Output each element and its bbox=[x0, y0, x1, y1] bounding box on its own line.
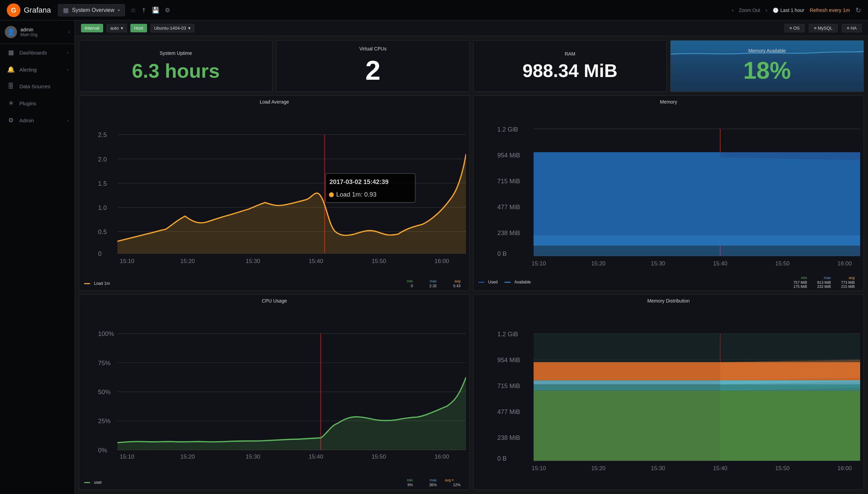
svg-text:15:20: 15:20 bbox=[180, 258, 195, 264]
os-menu-btn[interactable]: ≡ OS bbox=[784, 24, 805, 32]
zoom-back-btn[interactable]: ‹ bbox=[732, 7, 734, 13]
topbar-icons: ☆ ↗ 💾 ⚙ bbox=[130, 6, 170, 14]
time-range-picker[interactable]: 🕐 Last 1 hour bbox=[773, 7, 804, 13]
svg-text:238 MiB: 238 MiB bbox=[497, 434, 520, 441]
uptime-value: 6.3 hours bbox=[132, 59, 220, 82]
dashboard-title-label: System Overview bbox=[72, 7, 114, 13]
svg-text:15:30: 15:30 bbox=[246, 258, 260, 264]
svg-text:15:40: 15:40 bbox=[309, 258, 323, 264]
load-avg-header: avg bbox=[445, 279, 461, 283]
load-avg-legend-row: Load 1m min 0 max 2.32 bbox=[79, 278, 469, 291]
sidebar-item-alerting[interactable]: 🔔 Alerting › bbox=[0, 61, 75, 78]
mem-avg-col: avg 773 MiB 215 MiB bbox=[835, 276, 859, 289]
cpu-legend-color bbox=[84, 482, 90, 483]
svg-text:1.2 GiB: 1.2 GiB bbox=[497, 126, 518, 133]
save-icon[interactable]: 💾 bbox=[152, 6, 159, 14]
interval-select[interactable]: auto ▾ bbox=[107, 24, 127, 32]
load-avg-header: Load Average bbox=[79, 96, 469, 108]
svg-text:15:10: 15:10 bbox=[532, 465, 546, 472]
avail-min-val: 175 MiB bbox=[791, 284, 807, 289]
svg-text:16:00: 16:00 bbox=[435, 258, 449, 264]
user-name: admin bbox=[20, 27, 65, 32]
dashboards-arrow-icon: › bbox=[67, 50, 68, 55]
svg-text:15:10: 15:10 bbox=[120, 453, 134, 460]
svg-text:15:20: 15:20 bbox=[591, 465, 606, 472]
mysql-menu-btn[interactable]: ≡ MySQL bbox=[809, 24, 838, 32]
sidebar-item-admin[interactable]: ⚙ Admin › bbox=[0, 112, 75, 129]
dashboard-title-btn[interactable]: ▦ System Overview ▾ bbox=[58, 4, 125, 16]
svg-text:15:10: 15:10 bbox=[120, 258, 134, 264]
mem-max-header: max bbox=[815, 276, 831, 280]
admin-arrow-icon: › bbox=[67, 118, 68, 122]
svg-rect-22 bbox=[326, 173, 415, 202]
sidebar-item-datasources[interactable]: 🗄 Data Sources bbox=[0, 78, 75, 95]
svg-text:2017-03-02 15:42:39: 2017-03-02 15:42:39 bbox=[329, 178, 389, 185]
svg-text:15:50: 15:50 bbox=[775, 260, 790, 267]
star-icon[interactable]: ☆ bbox=[130, 6, 136, 14]
svg-text:15:50: 15:50 bbox=[372, 453, 386, 460]
sidebar-user[interactable]: 👤 admin Main Org. › bbox=[0, 20, 75, 44]
cpu-max-col: max 36% bbox=[417, 478, 441, 487]
uptime-title: System Uptime bbox=[160, 50, 192, 56]
load-avg-panel: Load Average 2.5 2.0 1.5 1.0 0.5 bbox=[79, 95, 470, 291]
svg-text:75%: 75% bbox=[98, 359, 111, 367]
sidebar-item-dashboards[interactable]: ▦ Dashboards › bbox=[0, 44, 75, 61]
share-icon[interactable]: ↗ bbox=[139, 5, 148, 14]
zoom-out-btn[interactable]: Zoom Out bbox=[739, 7, 760, 13]
mem-avg-header: avg bbox=[839, 276, 855, 280]
topbar-right: ‹ Zoom Out › 🕐 Last 1 hour Refresh every… bbox=[732, 6, 861, 14]
cpu-title: CPU Usage bbox=[262, 298, 287, 304]
cpu-user-legend: user bbox=[84, 480, 102, 485]
svg-text:477 MiB: 477 MiB bbox=[497, 408, 520, 415]
cpu-avg-val: 12% bbox=[445, 483, 461, 487]
cpu-max-header: max bbox=[421, 478, 437, 482]
svg-text:2.0: 2.0 bbox=[98, 156, 107, 163]
host-select[interactable]: Ubuntu-1404-03 ▾ bbox=[150, 24, 194, 32]
mem-dist-title: Memory Distribution bbox=[647, 298, 690, 304]
interval-tag[interactable]: Interval bbox=[81, 24, 103, 32]
interval-value: auto bbox=[110, 26, 119, 31]
user-arrow-icon: › bbox=[68, 30, 70, 34]
load-legend-label: Load 1m bbox=[94, 281, 110, 286]
svg-text:G: G bbox=[11, 6, 16, 14]
ha-menu-btn[interactable]: ≡ HA bbox=[842, 24, 862, 32]
avail-avg-val: 215 MiB bbox=[839, 284, 855, 289]
ram-title: RAM bbox=[565, 51, 575, 57]
cpu-svg: 100% 75% 50% 25% 0% bbox=[98, 307, 466, 477]
grafana-logo-icon: G bbox=[7, 3, 20, 17]
sidebar-item-plugins[interactable]: ✳ Plugins bbox=[0, 95, 75, 112]
clock-icon: 🕐 bbox=[773, 7, 778, 13]
sidebar-item-dashboards-label: Dashboards bbox=[19, 50, 62, 56]
svg-text:954 MiB: 954 MiB bbox=[497, 152, 520, 159]
mem-dist-chart-area: 1.2 GiB 954 MiB 715 MiB 477 MiB 238 MiB … bbox=[473, 307, 864, 485]
mem-dist-legend bbox=[473, 485, 864, 490]
svg-text:15:50: 15:50 bbox=[775, 465, 790, 472]
load-1m-legend: Load 1m bbox=[84, 281, 110, 286]
host-tag[interactable]: Host bbox=[130, 24, 147, 32]
interval-chevron-icon: ▾ bbox=[121, 26, 123, 31]
settings-icon[interactable]: ⚙ bbox=[165, 6, 170, 14]
used-max-val: 813 MiB bbox=[815, 280, 831, 284]
svg-text:2.5: 2.5 bbox=[98, 131, 107, 138]
user-org: Main Org. bbox=[20, 32, 65, 37]
sidebar-item-admin-label: Admin bbox=[19, 118, 62, 123]
svg-text:15:30: 15:30 bbox=[651, 465, 665, 472]
svg-text:16:00: 16:00 bbox=[837, 465, 852, 472]
used-legend: Used bbox=[478, 280, 498, 284]
cpu-legend-label: user bbox=[94, 480, 102, 485]
svg-rect-46 bbox=[534, 235, 860, 256]
svg-text:0 B: 0 B bbox=[497, 455, 507, 462]
used-legend-color bbox=[478, 282, 484, 283]
memory-stats: min 757 MiB 175 MiB max 813 MiB 232 MiB bbox=[787, 276, 859, 289]
alerting-arrow-icon: › bbox=[67, 67, 68, 72]
svg-text:1.2 GiB: 1.2 GiB bbox=[497, 330, 518, 338]
load-min-col: min 0 bbox=[393, 279, 417, 288]
zoom-forward-btn[interactable]: › bbox=[766, 7, 767, 13]
avatar: 👤 bbox=[5, 26, 17, 38]
cpu-avg-dropdown-icon[interactable]: ▾ bbox=[452, 478, 454, 482]
refresh-icon[interactable]: ↻ bbox=[855, 6, 861, 14]
avail-legend: Available bbox=[504, 280, 531, 284]
svg-text:238 MiB: 238 MiB bbox=[497, 229, 520, 236]
ram-panel: RAM 988.34 MiB bbox=[473, 40, 667, 92]
cpu-min-header: min bbox=[397, 478, 413, 482]
